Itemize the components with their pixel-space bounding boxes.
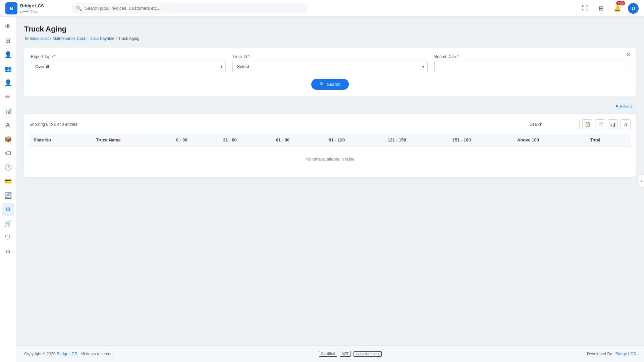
users-icon: 👥 — [4, 65, 12, 72]
sidebar-item-clock[interactable]: 🕐 — [2, 161, 14, 174]
truck-id-select[interactable]: Select — [232, 61, 427, 72]
sidebar-item-cart[interactable]: 🛒 — [2, 217, 14, 230]
table-body: No data available in table — [30, 146, 631, 172]
report-type-label: Report Type * — [31, 54, 226, 59]
breadcrumb-terminal-cost[interactable]: Terminal Cost — [24, 36, 49, 41]
certified-badge: Certified — [319, 351, 337, 357]
brand-text: Bridge LCS بريدج لسس — [20, 3, 44, 13]
no-data-cell: No data available in table — [30, 146, 631, 172]
refresh-icon: 🔄 — [4, 192, 12, 199]
sidebar-item-refresh[interactable]: 🔄 — [2, 189, 14, 202]
sidebar-item-tag[interactable]: 🏷 — [2, 147, 14, 160]
truck-aging-table: Plate No Truck Name 0 - 30 31 - 60 61 - … — [30, 134, 631, 172]
breadcrumb-current: Truck Aging — [118, 36, 139, 41]
breadcrumb-truck-payable[interactable]: Truck Payable — [89, 36, 114, 41]
table-search-input[interactable] — [526, 120, 580, 129]
sidebar-collapse-button[interactable]: ‹ — [639, 174, 644, 188]
report-type-required: * — [54, 54, 56, 59]
breadcrumb-sep-1: / — [50, 36, 51, 41]
copyright-text: Copyright © 2020 — [24, 352, 56, 356]
copy-button[interactable]: 📋 — [582, 119, 592, 129]
gear-icon: ⚙ — [5, 248, 11, 255]
user-icon: 👤 — [4, 51, 12, 58]
notification-bell-wrap: 🔔 156 — [612, 3, 623, 14]
truck-id-field: Truck Id * Select — [232, 54, 427, 72]
report-type-select[interactable]: Overall — [31, 61, 226, 72]
breadcrumb-maintenance-cost[interactable]: Maintenance Cost — [53, 36, 85, 41]
filter-tag-count: 2 — [630, 104, 633, 109]
sidebar-item-add-user[interactable]: 👤 — [2, 76, 14, 89]
clock-icon: 🕐 — [4, 164, 12, 171]
sidebar-item-dashboard[interactable]: 👁 — [2, 20, 14, 33]
col-total: Total — [586, 134, 631, 146]
sidebar-item-edit[interactable]: ✏ — [2, 90, 14, 103]
filter-close-button[interactable]: ✕ — [626, 51, 631, 58]
filter-card: ✕ Report Type * Overall Truck Id * — [24, 48, 636, 97]
developer-link[interactable]: Bridge LCS — [615, 352, 636, 356]
entries-info: Showing 0 to 0 of 0 entries — [30, 122, 77, 127]
csv-button[interactable]: 📄 — [595, 119, 605, 129]
sidebar-item-typography[interactable]: A — [2, 119, 14, 131]
truck-id-select-wrap: Select — [232, 61, 427, 72]
report-date-label: Report Date * — [434, 54, 629, 59]
developed-by-text: Developed By — [587, 352, 612, 356]
search-button-label: Search — [327, 82, 340, 87]
fullscreen-button[interactable]: ⛶ — [580, 3, 590, 14]
report-date-field: Report Date * 18-09-2020 — [434, 54, 629, 72]
global-search-icon: 🔍 — [76, 6, 82, 11]
report-date-input[interactable]: 18-09-2020 — [434, 61, 629, 72]
sidebar-item-grid[interactable]: ⊞ — [2, 34, 14, 47]
report-type-select-wrap: Overall — [31, 61, 226, 72]
search-button[interactable]: 🔍 Search — [311, 79, 348, 90]
filter-tag[interactable]: ⚑ Filter 2 — [612, 103, 636, 110]
iso-badge: ISO 25000 : 2014 — [354, 351, 382, 357]
brand-logo: B — [5, 2, 17, 14]
notification-badge: 156 — [616, 1, 625, 5]
navbar-right: ⛶ ⊞ 🔔 156 U — [580, 3, 639, 14]
sidebar-item-user[interactable]: 👤 — [2, 48, 14, 61]
filter-tag-row: ⚑ Filter 2 — [24, 103, 636, 110]
filter-row: Report Type * Overall Truck Id * Se — [31, 54, 629, 72]
apps-button[interactable]: ⊞ — [596, 3, 606, 14]
sidebar-item-gear[interactable]: ⚙ — [2, 245, 14, 258]
col-121-150: 121 - 150 — [384, 134, 448, 146]
table-section: Showing 0 to 0 of 0 entries 📋 📄 📊 🖨 Plat… — [24, 114, 636, 177]
cart-icon: 🛒 — [4, 220, 12, 227]
avatar[interactable]: U — [628, 3, 639, 14]
global-search-input[interactable] — [72, 3, 307, 13]
col-91-120: 91 - 120 — [325, 134, 383, 146]
sidebar-item-package[interactable]: 📦 — [2, 133, 14, 145]
brand-arabic: بريدج لسس — [20, 9, 44, 13]
shield-icon: 🛡 — [5, 234, 11, 241]
footer-center: Certified VAT ISO 25000 : 2014 — [319, 351, 382, 357]
footer: Copyright © 2020 Bridge LCS . All rights… — [16, 345, 644, 362]
add-user-icon: 👤 — [4, 79, 12, 86]
sidebar-item-chart[interactable]: 📊 — [2, 105, 14, 117]
footer-left: Copyright © 2020 Bridge LCS . All rights… — [24, 352, 114, 356]
sidebar-item-active[interactable]: ⚙ — [2, 203, 14, 216]
sidebar: 👁 ⊞ 👤 👥 👤 ✏ 📊 A 📦 🏷 🕐 💳 🔄 ⚙ 🛒 🛡 — [0, 17, 16, 362]
table-search-wrap — [526, 120, 580, 129]
grid-icon: ⊞ — [5, 37, 10, 44]
footer-right: Developed By Bridge LCS — [587, 352, 636, 356]
vat-badge: VAT — [340, 351, 351, 357]
truck-id-required: * — [248, 54, 250, 59]
col-61-90: 61 - 90 — [272, 134, 325, 146]
brand: B Bridge LCS بريدج لسس — [5, 2, 66, 14]
col-plate-no: Plate No — [30, 134, 92, 146]
tag-icon: 🏷 — [5, 150, 11, 157]
footer-company-link[interactable]: Bridge LCS — [57, 352, 77, 356]
main-content: Truck Aging Terminal Cost / Maintenance … — [16, 17, 644, 345]
search-button-icon: 🔍 — [319, 82, 325, 87]
sidebar-item-card[interactable]: 💳 — [2, 175, 14, 188]
sidebar-item-users[interactable]: 👥 — [2, 62, 14, 75]
chart-icon: 📊 — [4, 107, 12, 115]
col-0-30: 0 - 30 — [172, 134, 219, 146]
sidebar-item-shield[interactable]: 🛡 — [2, 231, 14, 244]
excel-button[interactable]: 📊 — [608, 119, 618, 129]
print-button[interactable]: 🖨 — [621, 119, 631, 129]
col-above-180: Above 180 — [513, 134, 586, 146]
table-actions: 📋 📄 📊 🖨 — [526, 119, 631, 129]
navbar: B Bridge LCS بريدج لسس 🔍 ⛶ ⊞ 🔔 156 U — [0, 0, 644, 17]
rights-text: . All rights reserved. — [78, 352, 114, 356]
